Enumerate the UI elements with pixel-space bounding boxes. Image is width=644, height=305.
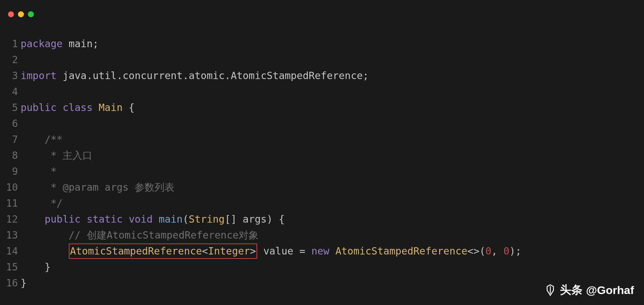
- code-line: 10 * @param args 参数列表: [0, 179, 644, 195]
- line-number: 9: [0, 163, 21, 179]
- code-line: 1 package main;: [0, 36, 644, 52]
- line-number: 14: [0, 243, 21, 259]
- watermark: 头条 @Gorhaf: [544, 282, 634, 298]
- code-line: 7 /**: [0, 132, 644, 148]
- line-number: 13: [0, 227, 21, 243]
- line-number: 5: [0, 100, 21, 116]
- code-line: 9 *: [0, 163, 644, 179]
- code-line: 11 */: [0, 195, 644, 211]
- code-editor[interactable]: 1 package main; 2 3 import java.util.con…: [0, 23, 644, 291]
- line-number: 10: [0, 179, 21, 195]
- code-line: 3 import java.util.concurrent.atomic.Ato…: [0, 68, 644, 84]
- line-number: 11: [0, 195, 21, 211]
- line-number: 3: [0, 68, 21, 84]
- line-number: 2: [0, 52, 21, 68]
- code-line: 5 public class Main {: [0, 100, 644, 116]
- line-number: 1: [0, 36, 21, 52]
- line-number: 12: [0, 211, 21, 227]
- zoom-icon[interactable]: [28, 11, 34, 17]
- watermark-handle: @Gorhaf: [586, 284, 634, 297]
- line-number: 6: [0, 116, 21, 132]
- minimize-icon[interactable]: [18, 11, 24, 17]
- line-number: 16: [0, 275, 21, 291]
- line-number: 8: [0, 148, 21, 163]
- code-line: 15 }: [0, 259, 644, 275]
- code-line: 6: [0, 116, 644, 132]
- close-icon[interactable]: [8, 11, 14, 17]
- watermark-prefix: 头条: [560, 282, 583, 298]
- line-number: 4: [0, 84, 21, 100]
- code-line: 2: [0, 52, 644, 68]
- code-line: 8 * 主入口: [0, 148, 644, 163]
- line-number: 15: [0, 259, 21, 275]
- highlight-box: AtomicStampedReference<Integer>: [69, 244, 258, 259]
- titlebar: [0, 0, 644, 23]
- code-line: 4: [0, 84, 644, 100]
- watermark-icon: [544, 284, 557, 296]
- code-line: 14 AtomicStampedReference<Integer> value…: [0, 243, 644, 259]
- code-line: 13 // 创建AtomicStampedReference对象: [0, 227, 644, 243]
- code-line: 12 public static void main(String[] args…: [0, 211, 644, 227]
- line-number: 7: [0, 132, 21, 148]
- editor-window: 1 package main; 2 3 import java.util.con…: [0, 0, 644, 305]
